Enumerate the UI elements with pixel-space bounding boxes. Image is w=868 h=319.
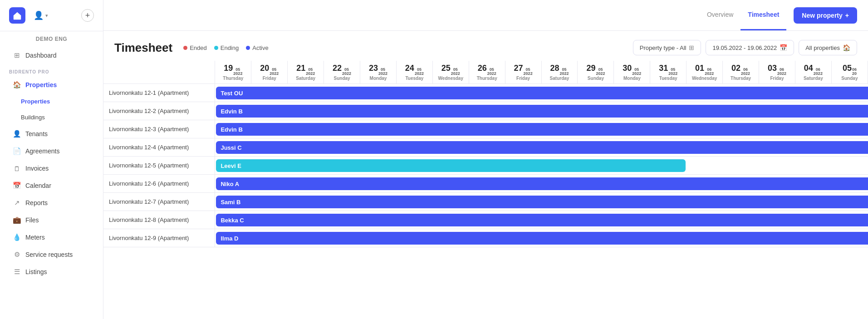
col-header-04: 04 062022 Saturday (795, 61, 831, 84)
col-header-28: 28 052022 Saturday (541, 61, 578, 84)
tenant-bar: Niko A (216, 177, 868, 190)
table-row: Livornonkatu 12-9 (Apartment)Ilma D (103, 229, 868, 247)
col-header-22: 22 052022 Sunday (324, 61, 360, 84)
sidebar-item-buildings[interactable]: Buildings (4, 110, 99, 125)
app-logo[interactable] (9, 7, 25, 24)
table-row: Livornonkatu 12-2 (Apartment)Edvin B (103, 102, 868, 120)
tab-overview[interactable]: Overview (700, 0, 740, 30)
tab-timesheet[interactable]: Timesheet (740, 0, 786, 30)
topbar-navigation: Overview Timesheet (700, 0, 786, 30)
sidebar-item-files[interactable]: 💼 Files (4, 212, 99, 228)
tenant-bar: Ilma D (216, 232, 868, 245)
col-header-27: 27 052022 Friday (505, 61, 541, 84)
content-area: Timesheet Ended Ending Active (103, 31, 868, 319)
property-type-filter[interactable]: Property type - All ⊞ (633, 40, 701, 55)
row-bar-cell: Bekka C (215, 211, 868, 229)
main-content: Overview Timesheet New property + Timesh… (103, 0, 868, 319)
tenant-bar: Edvin B (216, 105, 868, 118)
col-header-19: 19 052022 Thursday (215, 61, 251, 84)
row-bar-cell: Ilma D (215, 229, 868, 247)
calendar-icon: 📅 (13, 182, 21, 190)
home-filter-icon: 🏠 (843, 44, 850, 51)
sidebar-item-properties-sub[interactable]: Properties (4, 94, 99, 109)
col-header-01: 01 062022 Wednesday (687, 61, 723, 84)
reports-icon: ↗ (13, 199, 21, 207)
row-label: Livornonkatu 12-1 (Apartment) (103, 84, 215, 102)
add-button[interactable]: + (81, 9, 94, 22)
row-label: Livornonkatu 12-4 (Apartment) (103, 138, 215, 157)
filters: Property type - All ⊞ 19.05.2022 - 19.06… (633, 40, 857, 55)
invoices-icon: 🗒 (13, 164, 21, 172)
properties-icon: 🏠 (13, 81, 21, 89)
legend-ended: Ended (183, 44, 207, 51)
bidrento-pro-label: BIDRENTO PRO (0, 64, 103, 76)
timesheet-header: Timesheet Ended Ending Active (103, 31, 868, 61)
ended-dot (183, 46, 187, 50)
table-row: Livornonkatu 12-8 (Apartment)Bekka C (103, 211, 868, 229)
service-requests-icon: ⚙ (13, 250, 21, 259)
ending-dot (214, 46, 218, 50)
col-header-29: 29 052022 Sunday (578, 61, 614, 84)
sidebar-item-agreements[interactable]: 📄 Agreements (4, 143, 99, 159)
row-label: Livornonkatu 12-9 (Apartment) (103, 229, 215, 247)
row-label: Livornonkatu 12-7 (Apartment) (103, 193, 215, 211)
timeline-container[interactable]: 19 052022 Thursday 20 052022 Friday 21 0… (103, 61, 868, 319)
sidebar-item-meters[interactable]: 💧 Meters (4, 229, 99, 245)
sidebar-item-invoices[interactable]: 🗒 Invoices (4, 160, 99, 177)
col-header-21: 21 052022 Saturday (288, 61, 324, 84)
tenant-bar: Test OU (216, 87, 868, 99)
row-label: Livornonkatu 12-3 (Apartment) (103, 120, 215, 138)
page-title: Timesheet (114, 41, 172, 55)
col-header-23: 23 052022 Monday (360, 61, 397, 84)
table-row: Livornonkatu 12-1 (Apartment)Test OU (103, 84, 868, 102)
sidebar-item-service-requests[interactable]: ⚙ Service requests (4, 246, 99, 263)
files-icon: 💼 (13, 216, 21, 224)
legend-active: Active (246, 44, 268, 51)
table-row: Livornonkatu 12-6 (Apartment)Niko A (103, 175, 868, 193)
tenant-bar: Leevi E (216, 159, 686, 172)
row-bar-cell: Niko A (215, 175, 868, 193)
all-properties-filter[interactable]: All properties 🏠 (799, 40, 857, 55)
tenant-bar: Jussi C (216, 141, 868, 154)
row-label: Livornonkatu 12-6 (Apartment) (103, 175, 215, 193)
row-bar-cell: Leevi E (215, 157, 868, 175)
date-range-filter[interactable]: 19.05.2022 - 19.06.2022 📅 (706, 40, 794, 55)
dashboard-icon: ⊞ (13, 51, 21, 59)
tenant-bar: Sami B (216, 196, 868, 208)
row-bar-cell: Jussi C (215, 138, 868, 157)
sidebar-item-reports[interactable]: ↗ Reports (4, 195, 99, 211)
new-property-button[interactable]: New property + (794, 7, 857, 24)
listings-icon: ☰ (13, 268, 21, 276)
col-header-02: 02 062022 Thursday (723, 61, 759, 84)
filter-layers-icon: ⊞ (689, 44, 694, 51)
sidebar-item-properties[interactable]: 🏠 Properties (4, 77, 99, 93)
sidebar-item-tenants[interactable]: 👤 Tenants (4, 126, 99, 142)
legend-ending: Ending (214, 44, 239, 51)
user-menu-button[interactable]: 👤 ▾ (29, 8, 53, 23)
table-row: Livornonkatu 12-7 (Apartment)Sami B (103, 193, 868, 211)
table-row: Livornonkatu 12-3 (Apartment)Edvin B (103, 120, 868, 138)
col-header-05: 05 0620 Sunday (831, 61, 868, 84)
sidebar-item-dashboard[interactable]: ⊞ Dashboard (4, 47, 99, 64)
col-header-03: 03 062022 Friday (759, 61, 795, 84)
col-header-24: 24 052022 Tuesday (396, 61, 432, 84)
col-header-31: 31 052022 Tuesday (650, 61, 687, 84)
active-dot (246, 46, 250, 50)
sidebar-item-calendar[interactable]: 📅 Calendar (4, 177, 99, 194)
col-header-26: 26 052022 Thursday (469, 61, 505, 84)
row-label: Livornonkatu 12-8 (Apartment) (103, 211, 215, 229)
row-bar-cell: Edvin B (215, 120, 868, 138)
calendar-filter-icon: 📅 (780, 44, 787, 51)
table-row: Livornonkatu 12-5 (Apartment)Leevi E (103, 157, 868, 175)
col-header-25: 25 052022 Wednesday (432, 61, 469, 84)
table-row: Livornonkatu 12-4 (Apartment)Jussi C (103, 138, 868, 157)
col-header-30: 30 052022 Monday (614, 61, 650, 84)
row-label: Livornonkatu 12-5 (Apartment) (103, 157, 215, 175)
tenants-icon: 👤 (13, 130, 21, 138)
legend: Ended Ending Active (183, 44, 268, 51)
tenant-bar: Bekka C (216, 214, 868, 226)
row-bar-cell: Edvin B (215, 102, 868, 120)
sidebar-item-listings[interactable]: ☰ Listings (4, 264, 99, 280)
demo-label: DEMO ENG (0, 31, 103, 47)
meters-icon: 💧 (13, 233, 21, 241)
